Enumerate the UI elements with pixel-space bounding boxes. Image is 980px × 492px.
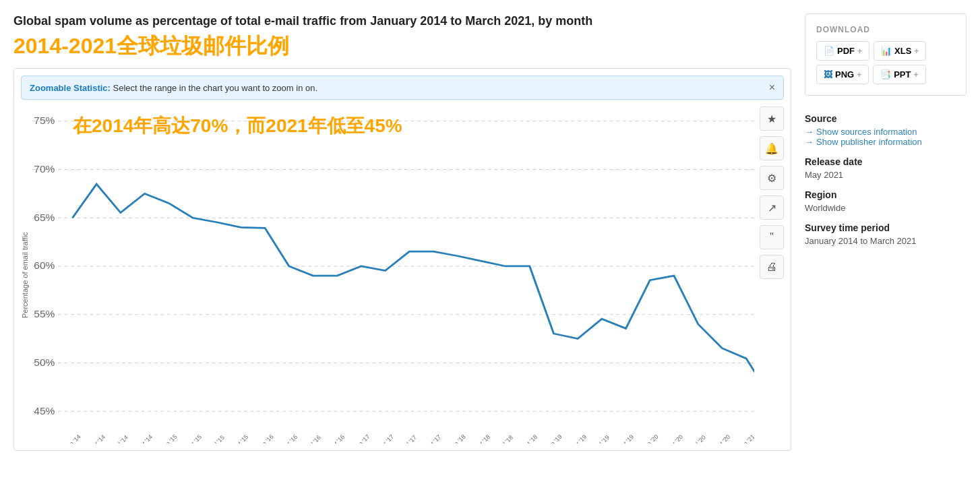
ppt-plus: + [913,70,918,80]
source-label: Source [805,113,967,124]
svg-text:65%: 65% [34,213,55,223]
arrow-icon-sources: → [805,127,814,137]
release-date-value: May 2021 [805,170,967,180]
zoom-label-bold: Zoomable Statistic: [30,83,111,93]
chart-title: Global spam volume as percentage of tota… [13,13,791,29]
region-item: Region Worldwide [805,189,967,213]
zoom-close-button[interactable]: × [769,82,775,94]
png-download-button[interactable]: 🖼 PNG + [816,65,869,84]
ppt-download-button[interactable]: 📑 PPT + [873,65,925,84]
ppt-icon: 📑 [880,69,891,80]
chart-plot[interactable]: 在2014年高达70%，而2021年低至45% [32,106,754,443]
xls-label: XLS [894,46,911,56]
bell-button[interactable]: 🔔 [760,136,784,160]
svg-text:70%: 70% [34,164,55,175]
xls-plus: + [914,47,919,56]
show-publisher-link[interactable]: → Show publisher information [805,137,967,147]
region-value: Worldwide [805,203,967,213]
sidebar-icons: ★ 🔔 ⚙ ↗ " 🖨 [760,106,784,443]
chart-wrapper: Zoomable Statistic: Select the range in … [13,68,791,451]
show-publisher-text: Show publisher information [816,137,922,147]
quote-button[interactable]: " [760,225,784,249]
ppt-label: PPT [894,69,911,80]
line-chart-svg[interactable]: 75% 70% 65% 60% 55% 50% 45% [32,106,754,443]
region-label: Region [805,189,967,200]
pdf-plus: + [857,47,862,56]
chart-title-cn: 2014-2021全球垃圾邮件比例 [13,32,791,61]
survey-period-value: January 2014 to March 2021 [805,236,967,246]
download-title: DOWNLOAD [816,25,955,34]
download-buttons: 📄 PDF + 📊 XLS + 🖼 PNG + 📑 PPT + [816,41,955,84]
right-panel: DOWNLOAD 📄 PDF + 📊 XLS + 🖼 PNG + [805,13,967,451]
pdf-download-button[interactable]: 📄 PDF + [816,41,869,61]
zoom-banner: Zoomable Statistic: Select the range in … [21,75,784,100]
share-button[interactable]: ↗ [760,195,784,220]
svg-text:55%: 55% [34,309,55,319]
pdf-icon: 📄 [824,46,834,56]
png-plus: + [857,70,861,80]
gear-button[interactable]: ⚙ [760,166,784,190]
svg-text:75%: 75% [34,116,55,126]
chart-annotation: 在2014年高达70%，而2021年低至45% [73,113,402,139]
xls-download-button[interactable]: 📊 XLS + [874,41,926,61]
star-button[interactable]: ★ [760,106,784,131]
png-label: PNG [835,69,854,80]
pdf-label: PDF [837,46,855,56]
svg-text:50%: 50% [34,358,55,368]
info-section: Source → Show sources information → Show… [805,106,967,262]
y-axis-label: Percentage of email traffic [21,106,29,443]
zoom-banner-text: Zoomable Statistic: Select the range in … [30,83,317,93]
xls-icon: 📊 [881,46,892,56]
survey-period-label: Survey time period [805,222,967,233]
png-icon: 🖼 [824,69,832,80]
print-button[interactable]: 🖨 [760,255,784,279]
release-date-label: Release date [805,156,967,167]
arrow-icon-publisher: → [805,137,814,147]
show-sources-link[interactable]: → Show sources information [805,127,967,137]
zoom-label-text: Select the range in the chart you want t… [113,83,318,93]
show-sources-text: Show sources information [816,127,917,137]
release-date-item: Release date May 2021 [805,156,967,180]
chart-area: Percentage of email traffic 在2014年高达70%，… [21,106,784,443]
download-section: DOWNLOAD 📄 PDF + 📊 XLS + 🖼 PNG + [805,13,967,96]
source-item: Source → Show sources information → Show… [805,113,967,147]
survey-period-item: Survey time period January 2014 to March… [805,222,967,246]
svg-text:45%: 45% [34,406,55,417]
svg-text:60%: 60% [34,261,55,271]
